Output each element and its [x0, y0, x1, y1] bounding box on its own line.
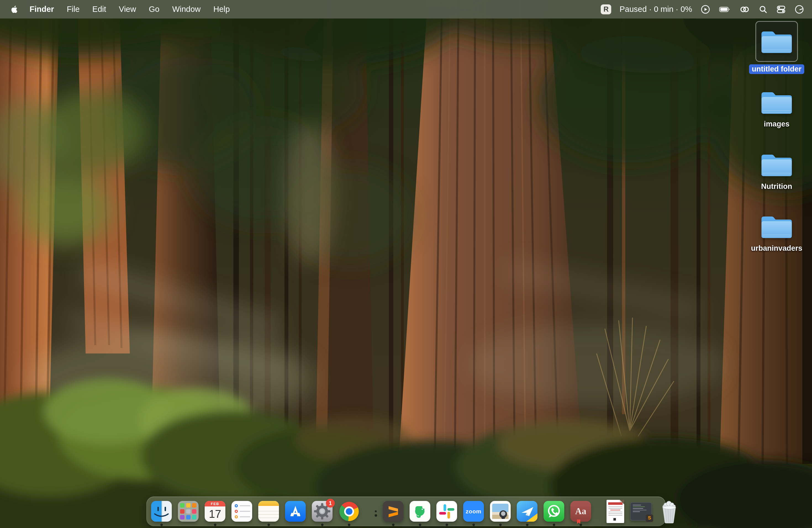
notes-icon [258, 501, 279, 522]
folder-icon-box [760, 88, 794, 116]
folder-label: urbaninvaders [751, 244, 802, 253]
link-icon[interactable] [739, 4, 750, 14]
menu-file[interactable]: File [60, 0, 86, 18]
dock-item-pdf-document[interactable] [607, 500, 624, 523]
recorder-badge[interactable]: R [601, 4, 611, 14]
dock-item-app-store[interactable] [285, 501, 306, 522]
finder-icon [151, 501, 172, 522]
running-indicator [214, 524, 216, 526]
calendar-icon: FEB 17 [205, 501, 226, 522]
running-indicator [499, 524, 502, 526]
sublime-badge-icon: S [646, 514, 653, 522]
evernote-icon [410, 501, 430, 522]
dock-item-chrome[interactable] [338, 501, 359, 522]
desktop-folder-nutrition[interactable]: Nutrition [746, 151, 807, 191]
menu-go[interactable]: Go [143, 0, 166, 18]
apple-menu[interactable] [11, 5, 23, 14]
reminders-icon [231, 501, 252, 522]
menu-bar-left: Finder File Edit View Go Window Help [0, 0, 236, 18]
menu-window[interactable]: Window [166, 0, 207, 18]
folder-selection-box [755, 21, 798, 62]
wallpaper-redwood-forest [0, 0, 812, 528]
folder-icon [760, 88, 794, 116]
trash-full-icon [658, 499, 681, 524]
dock-item-zoom[interactable]: zoom [463, 501, 484, 522]
dock-item-evernote[interactable] [410, 501, 430, 522]
dock-item-dictionary[interactable]: Aa [570, 501, 591, 522]
menu-app-name[interactable]: Finder [23, 0, 60, 18]
desktop-folder-urbaninvaders[interactable]: urbaninvaders [746, 212, 807, 253]
folder-icon [760, 28, 794, 55]
dock-item-preview[interactable] [490, 501, 511, 522]
recorder-status-text[interactable]: Paused · 0 min · 0% [620, 5, 692, 14]
tiny-app-icon [375, 510, 377, 512]
control-center-icon[interactable] [776, 4, 786, 14]
running-indicator [579, 524, 582, 526]
dictionary-icon: Aa [570, 501, 591, 522]
launchpad-icon [178, 501, 199, 522]
folder-label: Nutrition [761, 182, 792, 191]
chrome-icon [338, 501, 359, 522]
dock-item-minimized-sublime-window[interactable]: S [630, 502, 652, 520]
clock-icon[interactable] [794, 4, 804, 14]
notification-badge: 1 [326, 499, 335, 508]
dock: FEB 17 [146, 497, 666, 526]
menu-help[interactable]: Help [207, 0, 236, 18]
running-indicator [321, 524, 323, 526]
running-indicator [348, 524, 350, 526]
running-indicator [419, 524, 421, 526]
dock-item-whatsapp[interactable] [543, 501, 564, 522]
dock-item-finder[interactable] [151, 501, 172, 522]
play-circle-icon[interactable] [700, 4, 710, 14]
dock-item-spark[interactable] [517, 501, 537, 522]
dock-item-slack[interactable] [436, 501, 457, 522]
folder-label: untitled folder [749, 64, 804, 74]
running-indicator [553, 524, 555, 526]
dock-item-calendar[interactable]: FEB 17 [205, 501, 226, 522]
dock-item-sublime-text[interactable] [383, 501, 404, 522]
spotlight-search-icon[interactable] [758, 5, 768, 14]
folder-icon [760, 212, 794, 240]
slack-icon [436, 501, 457, 522]
calendar-day: 17 [205, 507, 226, 522]
running-indicator [526, 524, 528, 526]
preview-icon [490, 501, 511, 522]
apple-logo-icon [11, 5, 19, 14]
folder-label: images [764, 120, 789, 128]
dictionary-label: Aa [575, 506, 586, 516]
menu-view[interactable]: View [112, 0, 142, 18]
running-indicator [472, 524, 475, 526]
menu-bar-status: R Paused · 0 min · 0% [601, 4, 812, 14]
bookmark-ribbon [577, 519, 580, 524]
dock-item-system-settings[interactable]: 1 [312, 501, 333, 522]
spark-icon [517, 501, 537, 522]
dock-item-unknown-tiny-app[interactable] [375, 510, 377, 512]
folder-icon-box [760, 151, 794, 178]
minimized-window-thumbnail: S [630, 502, 652, 520]
running-indicator [446, 524, 448, 526]
sublime-text-icon [383, 501, 404, 522]
running-indicator [267, 524, 270, 526]
folder-icon-box [760, 212, 794, 240]
whatsapp-icon [543, 501, 564, 522]
folder-icon [760, 151, 794, 178]
running-indicator [375, 514, 377, 517]
desktop-folder-images[interactable]: images [746, 88, 807, 128]
desktop-folder-untitled[interactable]: untitled folder [746, 21, 807, 74]
dock-item-reminders[interactable] [231, 501, 252, 522]
dock-item-trash[interactable] [658, 499, 681, 524]
running-indicator [392, 524, 394, 526]
app-store-icon [285, 501, 306, 522]
dock-item-notes[interactable] [258, 501, 279, 522]
dock-item-launchpad[interactable] [178, 501, 199, 522]
zoom-label: zoom [466, 508, 481, 515]
menu-edit[interactable]: Edit [86, 0, 112, 18]
running-indicator [160, 524, 163, 526]
menu-bar: Finder File Edit View Go Window Help R P… [0, 0, 812, 18]
calendar-month: FEB [205, 501, 226, 507]
zoom-icon: zoom [463, 501, 484, 522]
pdf-document-icon [607, 500, 624, 523]
battery-icon[interactable] [719, 4, 731, 14]
